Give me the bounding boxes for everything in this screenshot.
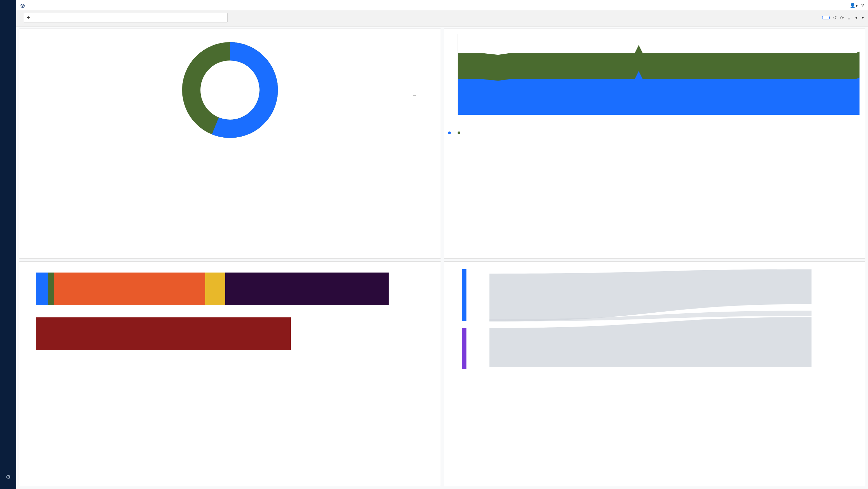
panel-cost-by-region bbox=[19, 261, 441, 487]
export-icon[interactable]: ⤓ bbox=[847, 15, 851, 20]
gear-icon: ⚙ bbox=[6, 474, 11, 480]
show-top-dropdown[interactable]: ▾ bbox=[854, 16, 857, 20]
panel-cost-by-provider-donut: — — bbox=[19, 29, 441, 259]
undo-icon[interactable]: ↺ bbox=[833, 15, 837, 20]
help-icon[interactable]: ? bbox=[861, 3, 864, 8]
brand-icon: ◎ bbox=[20, 2, 25, 8]
donut-label-azure: — bbox=[44, 66, 47, 70]
brand-logo: ◎ bbox=[20, 2, 27, 8]
user-menu[interactable]: 👤▾ bbox=[850, 3, 858, 8]
nav-settings[interactable]: ⚙ bbox=[0, 472, 16, 484]
footer-logo bbox=[7, 484, 9, 489]
donut-chart bbox=[179, 39, 281, 141]
bar-plot bbox=[36, 266, 435, 356]
filter-input[interactable]: + bbox=[24, 13, 228, 22]
area-plot bbox=[458, 34, 860, 115]
date-range-dropdown[interactable]: ▾ bbox=[861, 16, 864, 20]
panel-cost-by-resource-type bbox=[444, 261, 866, 487]
area-y-axis bbox=[448, 34, 457, 115]
bar-y-axis bbox=[23, 268, 35, 356]
donut-label-aws: — bbox=[413, 93, 416, 97]
area-legend bbox=[448, 131, 861, 134]
filter-bar: + ↺ ⟳ ⤓ ▾ ▾ bbox=[16, 11, 868, 27]
reset-defaults-button[interactable] bbox=[822, 16, 830, 19]
sankey-chart bbox=[448, 267, 861, 376]
topbar: ◎ 👤▾ ? bbox=[16, 0, 868, 11]
refresh-icon[interactable]: ⟳ bbox=[840, 15, 844, 20]
panel-cost-trend-area bbox=[444, 29, 866, 259]
left-nav: ⚙ bbox=[0, 0, 16, 489]
add-filter-icon[interactable]: + bbox=[27, 15, 30, 21]
